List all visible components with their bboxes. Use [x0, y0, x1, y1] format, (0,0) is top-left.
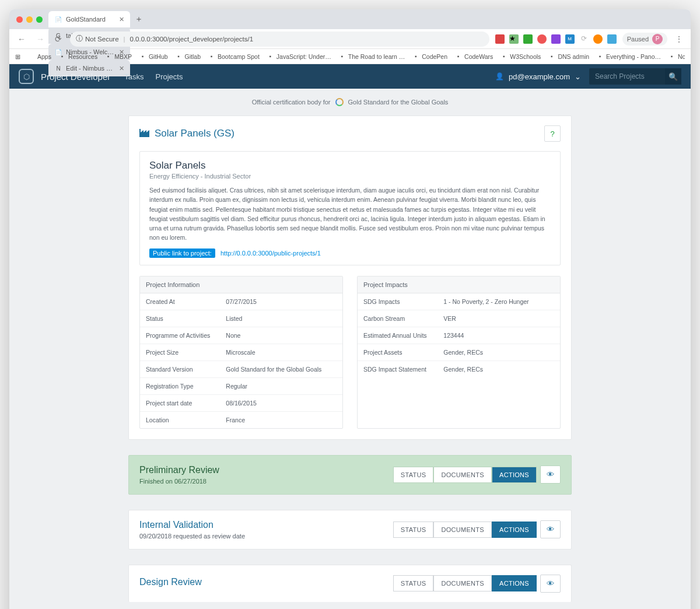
tab-title: Edit - Nimbus Screensh	[66, 65, 116, 72]
bookmark-item[interactable]: ▪DNS admin	[548, 52, 589, 60]
documents-button[interactable]: DOCUMENTS	[433, 522, 492, 538]
chevron-down-icon: ⌄	[575, 72, 581, 81]
actions-button[interactable]: ACTIONS	[492, 575, 537, 592]
view-button[interactable]: 👁	[540, 520, 561, 538]
bookmark-item[interactable]: ▪GitHub	[139, 52, 168, 60]
bookmark-item[interactable]: Apps	[27, 52, 51, 60]
bookmark-icon: ▪	[338, 52, 346, 60]
bookmark-icon: ▪	[139, 52, 146, 60]
extension-icon[interactable]	[593, 34, 603, 44]
public-link-url[interactable]: http://0.0.0.0:3000/public-projects/1	[220, 250, 321, 257]
bookmark-item[interactable]: ▪Bootcamp Spot	[208, 52, 260, 60]
bookmark-label: CodeWars	[464, 53, 493, 60]
browser-menu-button[interactable]: ⋮	[673, 35, 685, 43]
bookmark-item[interactable]: ▪CodePen	[412, 52, 447, 60]
review-title: Internal Validation	[139, 520, 245, 530]
bookmark-icon: ▪	[548, 52, 555, 60]
search-input[interactable]	[589, 72, 665, 80]
browser-tabstrip: 🎵 ZHU | Red Rocks Enter ✕👽 reddit: the f…	[9, 9, 691, 29]
extension-icon[interactable]	[495, 34, 505, 44]
bookmark-item[interactable]: ▪Gitlab	[175, 52, 201, 60]
actions-button[interactable]: ACTIONS	[492, 467, 537, 483]
gold-standard-logo-icon	[335, 98, 344, 106]
close-window-icon[interactable]	[16, 16, 23, 23]
browser-tab[interactable]: 📄 GoldStandard ✕	[48, 11, 130, 27]
eye-icon: 👁	[547, 525, 554, 534]
bookmark-item[interactable]: ▪MBXP	[104, 52, 132, 60]
minimize-window-icon[interactable]	[26, 16, 33, 23]
view-button[interactable]: 👁	[540, 575, 561, 593]
bookmark-item[interactable]: ▪CodeWars	[454, 52, 493, 60]
new-tab-button[interactable]: ＋	[130, 14, 148, 24]
nav-tasks[interactable]: Tasks	[124, 72, 144, 81]
nav-projects[interactable]: Projects	[155, 72, 183, 81]
bookmark-item[interactable]: ▪Novice 1 Half Mar…	[668, 52, 685, 60]
user-menu[interactable]: 👤 pd@example.com ⌄	[495, 72, 581, 81]
search-button[interactable]: 🔍	[665, 68, 681, 85]
documents-button[interactable]: DOCUMENTS	[433, 575, 492, 592]
back-button[interactable]: ←	[15, 34, 28, 44]
address-field[interactable]: ⓘ Not Secure | 0.0.0.0:3000/project_deve…	[70, 32, 489, 47]
bookmark-label: GitHub	[149, 53, 168, 60]
apps-icon[interactable]: ⊞	[15, 53, 20, 60]
bookmark-item[interactable]: ▪W3Schools	[500, 52, 541, 60]
status-button[interactable]: STATUS	[393, 522, 434, 538]
extension-icon[interactable]: ★	[509, 34, 519, 44]
eye-icon: 👁	[547, 579, 554, 588]
review-card: Preliminary Review Finished on 06/27/201…	[128, 455, 572, 495]
row-value: 08/16/2015	[226, 400, 337, 407]
security-indicator[interactable]: ⓘ Not Secure	[76, 34, 119, 43]
review-title: Preliminary Review	[139, 465, 219, 475]
app-logo[interactable]: ⬡	[19, 69, 34, 84]
bookmark-label: W3Schools	[510, 53, 541, 60]
extension-icon[interactable]: M	[565, 34, 575, 44]
table-row: Registration Type Regular	[140, 378, 342, 395]
status-button[interactable]: STATUS	[393, 467, 434, 483]
review-card: Design Review STATUS DOCUMENTS ACTIONS 👁	[128, 565, 572, 602]
row-key: SDG Impact Statement	[363, 366, 443, 373]
bookmark-icon: ▪	[58, 52, 66, 60]
profile-paused[interactable]: Paused P	[622, 33, 667, 46]
extension-icon[interactable]	[523, 34, 533, 44]
tab-close-icon[interactable]: ✕	[119, 65, 124, 72]
table-row: Status Listed	[140, 310, 342, 327]
tab-close-icon[interactable]: ✕	[119, 16, 124, 23]
cert-prefix: Official certification body for	[252, 99, 331, 106]
bookmark-icon: ▪	[668, 52, 676, 60]
certification-bar: Official certification body for Gold Sta…	[9, 89, 691, 116]
view-button[interactable]: 👁	[540, 466, 561, 484]
table-row: Created At 07/27/2015	[140, 293, 342, 310]
bookmark-label: MBXP	[114, 53, 132, 60]
row-key: SDG Impacts	[363, 298, 443, 305]
documents-button[interactable]: DOCUMENTS	[433, 467, 492, 483]
project-header-title: Solar Panels (GS)	[155, 128, 235, 139]
actions-button[interactable]: ACTIONS	[492, 522, 537, 538]
bookmark-item[interactable]: ▪Resources	[58, 52, 97, 60]
row-value: Listed	[226, 315, 337, 322]
extension-icon[interactable]: ⟳	[579, 34, 589, 44]
paused-label: Paused	[627, 36, 649, 43]
bookmark-label: Apps	[37, 53, 51, 60]
extension-icon[interactable]	[537, 34, 547, 44]
bookmark-label: Everything - Pano…	[606, 53, 661, 60]
reload-button[interactable]: ⟳	[52, 34, 64, 44]
bookmark-item[interactable]: ▪The Road to learn …	[338, 52, 405, 60]
row-value: 07/27/2015	[226, 298, 337, 305]
project-impacts-table: Project Impacts SDG Impacts 1 - No Pover…	[357, 276, 561, 429]
extension-icon[interactable]	[551, 34, 561, 44]
forward-button[interactable]: →	[34, 34, 47, 44]
bookmark-item[interactable]: ▪Everything - Pano…	[596, 52, 661, 60]
bookmark-label: Bootcamp Spot	[218, 53, 260, 60]
project-description-box: Solar Panels Energy Efficiency - Industr…	[139, 151, 561, 265]
maximize-window-icon[interactable]	[36, 16, 43, 23]
row-key: Created At	[146, 298, 226, 305]
bookmark-item[interactable]: ▪JavaScript: Under…	[267, 52, 331, 60]
status-button[interactable]: STATUS	[393, 575, 434, 592]
extension-icon[interactable]	[607, 34, 617, 44]
review-card: Internal Validation 09/20/2018 requested…	[128, 510, 572, 550]
row-value: 1 - No Poverty, 2 - Zero Hunger	[443, 298, 554, 305]
row-value: Gender, RECs	[443, 366, 554, 373]
bookmark-icon: ▪	[596, 52, 604, 60]
help-button[interactable]: ?	[544, 125, 561, 142]
extensions-row: ★ M ⟳	[495, 34, 617, 44]
